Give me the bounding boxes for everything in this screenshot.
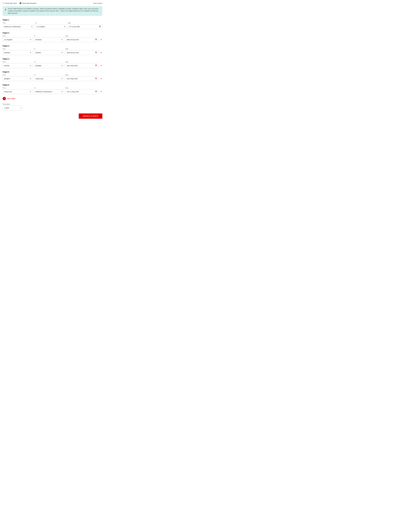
passengers-select[interactable]: 1 Adult 2 Adults 3 Adults 4 Adults 1 Adu… <box>3 106 22 110</box>
info-banner: 🔒 Classic Flight Rewards are available o… <box>3 6 102 16</box>
flight-1-from-label: From <box>3 22 34 24</box>
flight-1-to-clear-icon[interactable]: ✕ <box>64 26 65 27</box>
flight-6-calendar-icon[interactable]: 📅 <box>95 91 97 93</box>
flight-section-2: Flight 2 From Los Angeles ✕ To Montreal … <box>3 32 102 42</box>
flight-1-date-group: Date Fri 11 Apr 2025 📅 <box>68 22 102 29</box>
flight-2-calendar-icon[interactable]: 📅 <box>95 39 97 41</box>
flight-1-to-value: Los Angeles <box>37 26 45 27</box>
flight-1-from-clear-icon[interactable]: ✕ <box>31 26 33 27</box>
flight-2-date-input[interactable]: Wed 16 Apr 2025 📅 <box>65 37 99 42</box>
flight-2-title: Flight 2 <box>3 32 102 34</box>
flight-1-from-group: From Melbourne (Tullamarine) ✕ <box>3 22 34 29</box>
flight-1-from-input[interactable]: Melbourne (Tullamarine) ✕ <box>3 24 34 29</box>
flight-4-to-clear-icon[interactable]: ✕ <box>61 65 63 66</box>
remove-flight-5-button[interactable]: ✕ <box>100 76 102 81</box>
flight-2-from-clear-icon[interactable]: ✕ <box>30 39 31 40</box>
flight-3-from-label: From <box>3 48 33 50</box>
flight-3-to-clear-icon[interactable]: ✕ <box>61 52 63 53</box>
flight-6-to-input[interactable]: Melbourne (Tullamarine) ✕ <box>34 89 64 94</box>
flight-5-to-group: To Hong Kong ✕ <box>34 74 64 81</box>
flight-2-from-group: From Los Angeles ✕ <box>3 35 33 42</box>
passengers-label: Passengers <box>3 103 102 105</box>
remove-flight-6-button[interactable]: ✕ <box>100 89 102 94</box>
flight-4-from-clear-icon[interactable]: ✕ <box>30 65 31 66</box>
flight-3-from-group: From Montreal ✕ <box>3 48 33 55</box>
info-icon: 🔒 <box>4 8 7 11</box>
flight-1-date-label: Date <box>68 22 102 24</box>
flight-3-date-input[interactable]: Wed 30 Apr 2025 📅 <box>65 50 99 55</box>
flight-2-from-value: Los Angeles <box>4 39 12 41</box>
flight-2-from-input[interactable]: Los Angeles ✕ <box>3 37 33 42</box>
book-cash-option[interactable]: Book with Cash <box>3 2 17 4</box>
flight-2-to-group: To Montreal ✕ <box>34 35 64 42</box>
flight-6-date-group: Date Sun 11 May 2025 📅 <box>65 87 99 94</box>
flight-6-date-value: Sun 11 May 2025 <box>67 91 79 93</box>
flight-2-to-input[interactable]: Montreal ✕ <box>34 37 64 42</box>
flight-2-to-label: To <box>34 35 64 37</box>
add-flight-label: Add a flight <box>7 98 15 99</box>
flight-3-calendar-icon[interactable]: 📅 <box>95 52 97 54</box>
book-cash-radio[interactable] <box>3 2 5 4</box>
flight-3-to-label: To <box>34 48 64 50</box>
flight-5-to-input[interactable]: Hong Kong ✕ <box>34 76 64 81</box>
flight-5-calendar-icon[interactable]: 📅 <box>95 78 97 80</box>
flight-4-date-group: Date Sat 3 May 2025 📅 <box>65 61 99 68</box>
flight-4-fields: From Helsinki ✕ To Bangkok ✕ Date <box>3 61 102 68</box>
flight-4-date-input[interactable]: Sat 3 May 2025 📅 <box>65 63 99 68</box>
passengers-wrapper: 1 Adult 2 Adults 3 Adults 4 Adults 1 Adu… <box>3 106 22 110</box>
flight-5-from-label: From <box>3 74 33 76</box>
flight-5-from-clear-icon[interactable]: ✕ <box>30 78 31 79</box>
flight-3-to-input[interactable]: Helsinki ✕ <box>34 50 64 55</box>
flight-5-title: Flight 5 <box>3 71 102 73</box>
flight-6-to-clear-icon[interactable]: ✕ <box>61 91 63 93</box>
flight-4-from-group: From Helsinki ✕ <box>3 61 33 68</box>
flight-6-from-input[interactable]: Hong Kong ✕ <box>3 89 33 94</box>
passengers-section: Passengers 1 Adult 2 Adults 3 Adults 4 A… <box>3 103 102 110</box>
flight-4-calendar-icon[interactable]: 📅 <box>95 65 97 67</box>
flight-section-3: Flight 3 From Montreal ✕ To Helsinki ✕ <box>3 45 102 55</box>
flight-1-to-input[interactable]: Los Angeles ✕ <box>35 24 66 29</box>
flight-5-fields: From Bangkok ✕ To Hong Kong ✕ Date <box>3 74 102 81</box>
remove-flight-4-button[interactable]: ✕ <box>100 63 102 68</box>
book-rewards-radio[interactable] <box>19 2 21 4</box>
flight-2-date-group: Date Wed 16 Apr 2025 📅 <box>65 35 99 42</box>
flight-4-to-input[interactable]: Bangkok ✕ <box>34 63 64 68</box>
flight-1-fields: From Melbourne (Tullamarine) ✕ To Los An… <box>3 22 102 29</box>
flight-6-date-input[interactable]: Sun 11 May 2025 📅 <box>65 89 99 94</box>
flight-4-to-group: To Bangkok ✕ <box>34 61 64 68</box>
flight-6-from-clear-icon[interactable]: ✕ <box>30 91 31 93</box>
flight-6-from-value: Hong Kong <box>4 91 12 93</box>
flight-1-to-label: To <box>35 22 66 24</box>
book-rewards-option[interactable]: Book with Rewards <box>19 2 36 4</box>
flight-5-from-value: Bangkok <box>4 78 10 80</box>
flight-1-calendar-icon[interactable]: 📅 <box>99 25 101 28</box>
add-flight-row[interactable]: + Add a flight <box>3 97 102 100</box>
flight-3-from-input[interactable]: Montreal ✕ <box>3 50 33 55</box>
top-bar: Book with Cash Book with Rewards Clear s… <box>3 2 102 4</box>
flight-5-to-value: Hong Kong <box>36 78 43 80</box>
flight-1-date-input[interactable]: Fri 11 Apr 2025 📅 <box>68 24 102 29</box>
flight-5-to-clear-icon[interactable]: ✕ <box>61 78 63 79</box>
flight-3-from-clear-icon[interactable]: ✕ <box>30 52 31 53</box>
flight-1-from-value: Melbourne (Tullamarine) <box>4 26 21 27</box>
flights-container: Flight 1 From Melbourne (Tullamarine) ✕ … <box>3 19 102 94</box>
flight-5-from-input[interactable]: Bangkok ✕ <box>3 76 33 81</box>
flight-2-to-clear-icon[interactable]: ✕ <box>61 39 63 40</box>
search-flights-button[interactable]: SEARCH FLIGHTS <box>79 113 102 119</box>
flight-6-to-value: Melbourne (Tullamarine) <box>36 91 52 93</box>
flight-4-to-label: To <box>34 61 64 63</box>
remove-flight-2-button[interactable]: ✕ <box>100 37 102 42</box>
flight-5-date-label: Date <box>65 74 99 76</box>
flight-4-from-input[interactable]: Helsinki ✕ <box>3 63 33 68</box>
flight-2-to-value: Montreal <box>36 39 41 41</box>
remove-flight-3-button[interactable]: ✕ <box>100 50 102 55</box>
flight-4-from-label: From <box>3 61 33 63</box>
flight-4-from-value: Helsinki <box>4 65 9 67</box>
clear-search-button[interactable]: Clear search <box>93 2 102 4</box>
flight-6-to-label: To <box>34 87 64 89</box>
flight-1-title: Flight 1 <box>3 19 102 21</box>
flight-section-4: Flight 4 From Helsinki ✕ To Bangkok ✕ <box>3 58 102 68</box>
flight-5-date-input[interactable]: Sat 3 May 2025 📅 <box>65 76 99 81</box>
add-flight-button[interactable]: + <box>3 97 6 100</box>
flight-3-date-label: Date <box>65 48 99 50</box>
